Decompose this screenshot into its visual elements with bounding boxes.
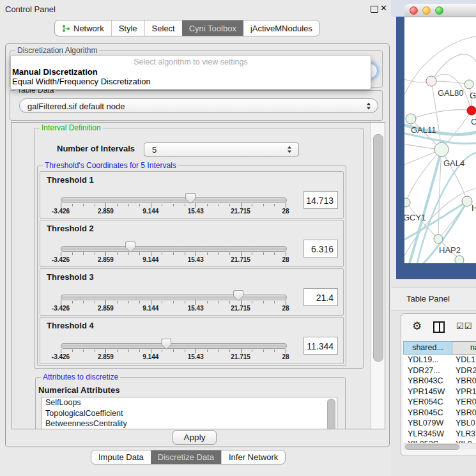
table-panel-title: Table Panel: [406, 294, 450, 303]
tab-network[interactable]: Network: [55, 20, 111, 36]
tab-label: jActiveMNodules: [250, 24, 312, 33]
network-node[interactable]: [434, 142, 449, 157]
tab-label: Infer Network: [229, 452, 278, 462]
dropdown-hint: Select algorithm to view settings: [11, 56, 371, 67]
tab-jactivemnodules[interactable]: jActiveMNodules: [243, 20, 319, 36]
tick-label: 9.144: [142, 256, 158, 263]
slider-track[interactable]: [61, 246, 287, 252]
table-row[interactable]: YBR043CYBR0: [403, 376, 476, 387]
spinner-arrows-icon: [288, 146, 292, 153]
tab-discretize-data[interactable]: Discretize Data: [151, 450, 221, 464]
network-node[interactable]: [434, 234, 443, 243]
network-node[interactable]: [406, 114, 416, 124]
table-data-combobox[interactable]: galFiltered.sif default node: [19, 98, 378, 113]
close-icon[interactable]: ✕: [380, 3, 387, 13]
slider-ticks: [61, 301, 286, 303]
threshold-panel: Threshold 1 -3.4262.8599.14415.4321.7152…: [40, 171, 344, 219]
table-row[interactable]: YBR045CYBR0: [403, 408, 476, 418]
table-row[interactable]: YDL19...YDL1: [403, 355, 476, 365]
group-title: Discretization Algorithm: [15, 46, 99, 55]
zoom-window-icon[interactable]: [435, 6, 443, 15]
slider-track[interactable]: [61, 295, 287, 300]
tick-label: -3.426: [52, 208, 70, 215]
numerical-attributes-label: Numerical Attributes: [38, 385, 119, 395]
threshold-value-field[interactable]: 11.344: [303, 337, 338, 355]
column-header-name[interactable]: na: [452, 341, 476, 355]
list-item[interactable]: TopologicalCoefficient: [42, 408, 337, 419]
slider-ticks: [61, 252, 286, 255]
table-data-group: Table Data galFiltered.sif default node: [10, 90, 383, 121]
tick-label: 28: [282, 256, 289, 263]
minimize-window-icon[interactable]: [422, 6, 431, 15]
threshold-value-field[interactable]: 21.4: [303, 288, 338, 306]
num-intervals-spinner[interactable]: 5: [144, 142, 299, 157]
gear-icon[interactable]: ⚙: [412, 319, 422, 333]
tick-label: 28: [282, 305, 289, 312]
network-window-titlebar[interactable]: [404, 4, 476, 17]
node-label: HAP2: [439, 245, 461, 255]
threshold-panel: Threshold 2 -3.4262.8599.14415.4321.7152…: [40, 220, 344, 267]
tab-select[interactable]: Select: [144, 20, 182, 36]
network-node[interactable]: [467, 106, 476, 115]
network-node[interactable]: [455, 256, 464, 263]
dropdown-option-equal-width[interactable]: Equal Width/Frequency Discretization: [11, 77, 371, 86]
tick-label: 15.43: [188, 256, 204, 263]
network-canvas-svg: GAL80GAGAL11CGAL4GCY1HHAP2: [404, 17, 476, 263]
list-item[interactable]: BetweennessCentrality: [42, 418, 337, 429]
network-node[interactable]: [464, 80, 473, 89]
tick-label: 21.715: [231, 353, 250, 360]
tick-label: 28: [282, 208, 289, 215]
group-title: Attributes to discretize: [41, 372, 120, 381]
network-node[interactable]: [404, 198, 410, 207]
table-row[interactable]: YER054CYER0: [403, 397, 476, 408]
scrollbar-track[interactable]: [371, 123, 385, 429]
settings-scroll-viewport: Interval Definition Number of Intervals …: [11, 122, 385, 429]
tick-label: 9.144: [142, 208, 158, 215]
group-title: Interval Definition: [40, 123, 103, 132]
list-item[interactable]: SelfLoops: [42, 397, 337, 408]
threshold-panel: Threshold 4 -3.4262.8599.14415.4321.7152…: [40, 317, 344, 364]
table-data-value: galFiltered.sif default node: [27, 102, 125, 111]
column-header-shared-name[interactable]: shared...: [403, 341, 452, 355]
numerical-attributes-list[interactable]: SelfLoopsTopologicalCoefficientBetweenne…: [41, 397, 337, 429]
close-window-icon[interactable]: [410, 6, 418, 15]
threshold-value-field[interactable]: 6.316: [303, 240, 338, 257]
scrollbar-thumb[interactable]: [373, 134, 383, 362]
slider-ticks: [61, 204, 286, 206]
cyni-toolbox-panel: Discretization Algorithm Select algorith…: [5, 43, 390, 447]
dropdown-option-manual[interactable]: Manual Discretization: [11, 67, 371, 77]
tick-label: 28: [282, 353, 289, 360]
network-node[interactable]: [426, 76, 436, 86]
checkbox-icons[interactable]: ☑☑: [456, 321, 472, 331]
tab-cyni-toolbox[interactable]: Cyni Toolbox: [182, 20, 243, 36]
horizontal-scrollbar-track[interactable]: [403, 443, 476, 449]
apply-button[interactable]: Apply: [173, 430, 217, 445]
tick-label: 9.144: [142, 305, 158, 312]
tick-label: 2.859: [98, 208, 114, 215]
node-label: GAL4: [443, 158, 464, 168]
attributes-group: Attributes to discretize Numerical Attri…: [35, 377, 346, 429]
tab-infer-network[interactable]: Infer Network: [221, 450, 285, 464]
tab-style[interactable]: Style: [111, 20, 144, 36]
tick-label: 2.859: [98, 256, 114, 263]
float-window-icon[interactable]: [371, 6, 378, 13]
threshold-label: Threshold 4: [47, 321, 94, 330]
tab-impute-data[interactable]: Impute Data: [91, 450, 151, 464]
slider-track[interactable]: [61, 197, 287, 203]
table-row[interactable]: YLR345WYLR3: [403, 429, 476, 440]
threshold-value-field[interactable]: 14.713: [303, 191, 338, 209]
tick-label: -3.426: [52, 353, 70, 360]
table-row[interactable]: YDR27...YDR2: [403, 365, 476, 376]
algorithm-dropdown-popup: Select algorithm to view settings Manual…: [10, 55, 371, 89]
list-scrollbar[interactable]: [327, 399, 335, 429]
table-row[interactable]: YBL079WYBL0: [403, 418, 476, 429]
tick-label: -3.426: [52, 256, 70, 263]
columns-icon[interactable]: [433, 321, 445, 333]
slider-track[interactable]: [61, 343, 287, 349]
tick-label: 2.859: [98, 305, 114, 312]
table-row[interactable]: YPR145WYPR1: [403, 387, 476, 397]
horizontal-scrollbar-thumb[interactable]: [405, 444, 459, 450]
network-canvas[interactable]: GAL80GAGAL11CGAL4GCY1HHAP2: [404, 17, 476, 263]
network-node[interactable]: [462, 196, 472, 206]
tick-label: 9.144: [142, 353, 158, 360]
